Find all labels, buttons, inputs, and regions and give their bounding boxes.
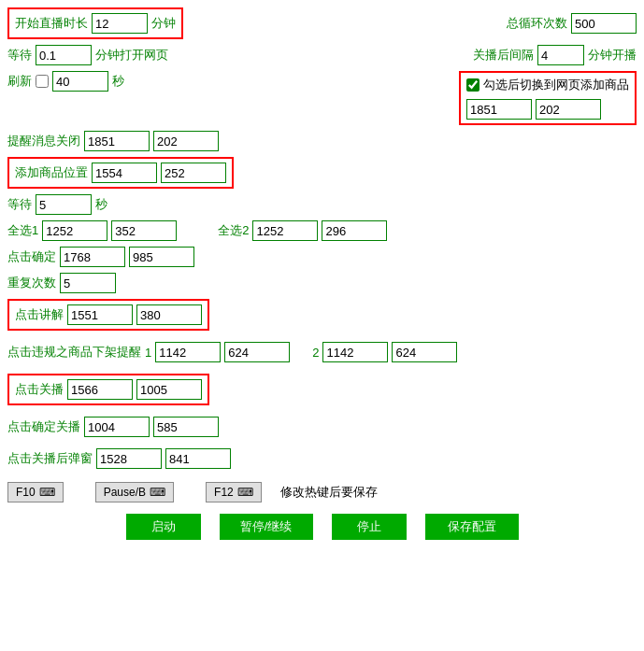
hotkey-row: F10 ⌨ Pause/B ⌨ F12 ⌨ 修改热键后要保存 <box>7 482 637 502</box>
selectall2-label: 全选2 <box>218 222 249 239</box>
add-goods-checkbox[interactable] <box>466 78 479 92</box>
violation-row: 点击违规之商品下架提醒 1 2 <box>7 342 637 362</box>
wait1-row: 等待 分钟打开网页 关播后间隔 分钟开播 <box>7 45 637 65</box>
start-value-input[interactable] <box>92 13 148 34</box>
f12-hotkey-button[interactable]: F12 ⌨ <box>206 482 262 502</box>
wait2-label: 等待 <box>7 196 32 213</box>
close-popup-val2-input[interactable] <box>165 448 231 469</box>
close-popup-val1-input[interactable] <box>96 448 162 469</box>
selectall1-val1-input[interactable] <box>42 220 107 241</box>
close-live-label: 点击关播 <box>15 381 64 398</box>
reminder-val1-input[interactable] <box>84 131 150 151</box>
violation-label: 点击违规之商品下架提醒 <box>7 344 141 361</box>
selectall2-val1-input[interactable] <box>252 220 318 241</box>
total-loops-label: 总循环次数 <box>507 15 567 32</box>
add-goods-val2-input[interactable] <box>161 163 226 183</box>
start-duration-row: 开始直播时长 分钟 总循环次数 <box>7 7 637 39</box>
violation-val4-input[interactable] <box>392 342 457 362</box>
close-unit: 分钟开播 <box>588 47 637 64</box>
action-buttons-row: 启动 暂停/继续 停止 保存配置 <box>7 514 637 540</box>
close-interval-input[interactable] <box>537 45 584 65</box>
checkbox-val1-input[interactable] <box>466 99 532 120</box>
checkbox-val2-input[interactable] <box>536 99 601 120</box>
close-live-box: 点击关播 <box>7 374 209 405</box>
violation-val3-input[interactable] <box>322 342 388 362</box>
refresh-unit: 秒 <box>112 73 124 90</box>
start-label: 开始直播时长 <box>15 15 88 32</box>
confirm-click-label: 点击确定 <box>7 248 56 265</box>
close-popup-row: 点击关播后弹窗 <box>7 448 637 469</box>
wait2-row: 等待 秒 <box>7 194 637 215</box>
repeat-row: 重复次数 <box>7 273 637 293</box>
explain-val2-input[interactable] <box>136 304 202 325</box>
pause-button[interactable]: 暂停/继续 <box>220 514 313 540</box>
confirm-click-val2-input[interactable] <box>129 247 194 267</box>
close-interval-label: 关播后间隔 <box>473 47 534 64</box>
start-button[interactable]: 启动 <box>126 514 201 540</box>
add-goods-label: 添加商品位置 <box>15 164 88 181</box>
confirm-click-row: 点击确定 <box>7 247 637 267</box>
refresh-label: 刷新 <box>7 73 32 90</box>
close-live-val2-input[interactable] <box>136 379 202 400</box>
refresh-input[interactable] <box>52 71 108 92</box>
selectall1-label: 全选1 <box>7 222 38 239</box>
violation-val1-input[interactable] <box>155 342 221 362</box>
wait2-input[interactable] <box>36 194 92 215</box>
confirm-close-label: 点击确定关播 <box>7 418 80 435</box>
f10-hotkey-button[interactable]: F10 ⌨ <box>7 482 64 502</box>
repeat-input[interactable] <box>60 273 116 293</box>
close-popup-label: 点击关播后弹窗 <box>7 450 93 467</box>
wait1-label: 等待 <box>7 47 32 64</box>
selectall2-val2-input[interactable] <box>322 220 387 241</box>
explain-row: 点击讲解 <box>7 299 637 331</box>
explain-val1-input[interactable] <box>67 304 133 325</box>
add-goods-row: 添加商品位置 <box>7 157 637 189</box>
explain-box: 点击讲解 <box>7 299 209 331</box>
f10-icon: ⌨ <box>39 486 55 499</box>
add-goods-val1-input[interactable] <box>92 163 157 183</box>
f12-label: F12 <box>214 486 234 499</box>
close-live-val1-input[interactable] <box>67 379 133 400</box>
reminder-label: 提醒消息关闭 <box>7 133 80 149</box>
save-button[interactable]: 保存配置 <box>425 514 519 540</box>
wait2-unit: 秒 <box>95 196 107 213</box>
confirm-close-val1-input[interactable] <box>84 417 150 437</box>
refresh-row: 刷新 秒 勾选后切换到网页添加商品 <box>7 71 637 125</box>
confirm-click-val1-input[interactable] <box>60 247 125 267</box>
hotkey-hint: 修改热键后要保存 <box>280 484 378 501</box>
close-live-row: 点击关播 <box>7 374 637 405</box>
violation-val2-input[interactable] <box>224 342 290 362</box>
start-duration-box: 开始直播时长 分钟 <box>7 7 183 39</box>
confirm-close-val2-input[interactable] <box>153 417 219 437</box>
repeat-label: 重复次数 <box>7 275 56 291</box>
selectall1-val2-input[interactable] <box>111 220 177 241</box>
refresh-checkbox[interactable] <box>36 75 49 88</box>
wait1-unit: 分钟打开网页 <box>95 47 168 64</box>
violation-num1: 1 <box>145 346 151 360</box>
violation-num2: 2 <box>312 346 319 360</box>
wait1-input[interactable] <box>36 45 92 65</box>
f10-label: F10 <box>16 486 36 499</box>
selectall-row: 全选1 全选2 <box>7 220 637 241</box>
pause-label: Pause/B <box>104 486 146 499</box>
start-unit: 分钟 <box>151 15 176 32</box>
pause-hotkey-button[interactable]: Pause/B ⌨ <box>95 482 174 502</box>
total-loops-input[interactable] <box>571 13 637 34</box>
add-goods-checkbox-label: 勾选后切换到网页添加商品 <box>483 77 629 93</box>
add-goods-checkbox-row: 勾选后切换到网页添加商品 <box>466 77 629 93</box>
pause-icon: ⌨ <box>150 486 165 499</box>
stop-button[interactable]: 停止 <box>332 514 407 540</box>
reminder-row: 提醒消息关闭 <box>7 131 637 151</box>
reminder-val2-input[interactable] <box>153 131 219 151</box>
explain-label: 点击讲解 <box>15 306 64 323</box>
add-goods-box: 添加商品位置 <box>7 157 234 189</box>
confirm-close-row: 点击确定关播 <box>7 417 637 437</box>
f12-icon: ⌨ <box>237 486 253 499</box>
